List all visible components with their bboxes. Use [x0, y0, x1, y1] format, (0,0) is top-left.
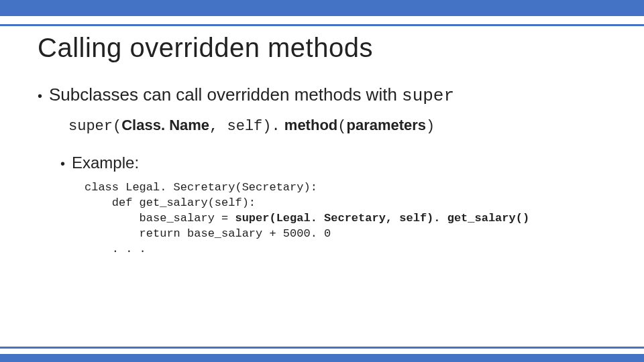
divider-bottom: [0, 347, 644, 349]
bullet-prefix: Subclasses can call overridden methods w…: [49, 84, 402, 105]
code-block: class Legal. Secretary(Secretary): def g…: [85, 180, 606, 257]
bullet-dot-icon: •: [38, 89, 42, 103]
content: Calling overridden methods • Subclasses …: [0, 26, 644, 257]
code-line: def get_salary(self):: [85, 196, 256, 209]
code-line: base_salary =: [85, 212, 235, 225]
syntax-p1: super(: [68, 118, 121, 135]
code-line: class Legal. Secretary(Secretary):: [85, 181, 317, 194]
syntax-p2: , self).: [209, 118, 280, 135]
syntax-p3: (: [337, 118, 346, 135]
sub-bullet-item: • Example:: [60, 154, 606, 172]
bullet-text: Subclasses can call overridden methods w…: [49, 84, 454, 106]
top-bar: [0, 0, 644, 16]
syntax-classname: Class. Name: [121, 117, 209, 133]
bullet-dot-icon: •: [60, 157, 65, 170]
syntax-params: parameters: [346, 117, 426, 133]
code-line: . . .: [85, 243, 146, 255]
slide-title: Calling overridden methods: [38, 33, 606, 63]
syntax-method: method: [280, 117, 338, 133]
syntax-line: super(Class. Name, self). method(paramet…: [68, 117, 606, 135]
code-line-bold: super(Legal. Secretary, self). get_salar…: [235, 212, 529, 225]
slide: Calling overridden methods • Subclasses …: [0, 0, 644, 362]
bullet-code: super: [402, 86, 454, 106]
code-line: return base_salary + 5000. 0: [85, 227, 331, 240]
syntax-p4: ): [426, 118, 435, 135]
bullet-item: • Subclasses can call overridden methods…: [38, 84, 606, 106]
sub-bullet-text: Example:: [72, 154, 139, 172]
bottom-bar: [0, 354, 644, 362]
